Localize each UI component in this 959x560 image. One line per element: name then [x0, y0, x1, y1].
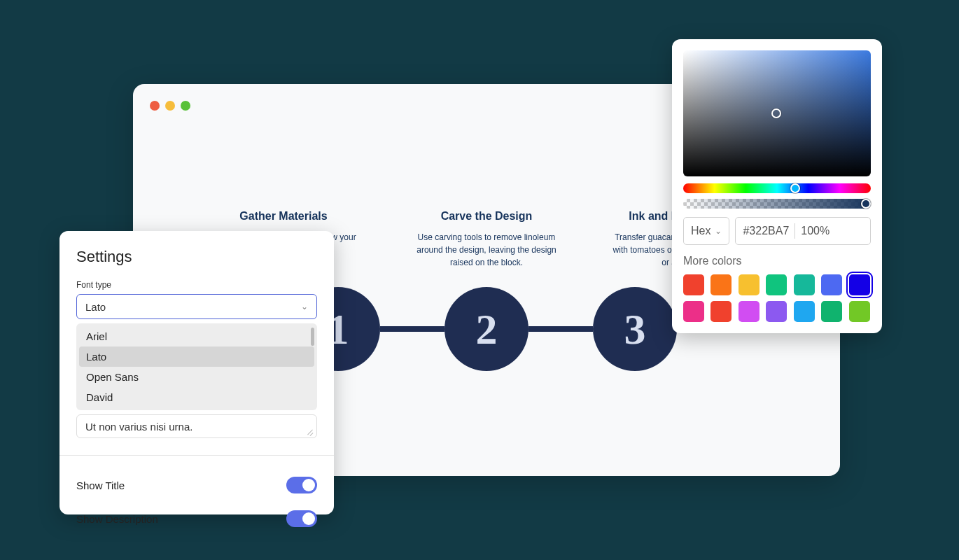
step-circle-2: 2 [444, 287, 528, 371]
color-picker-panel: Hex ⌄ #322BA7 100% More colors [672, 39, 882, 333]
gradient-cursor-icon[interactable] [771, 108, 781, 118]
font-option-ariel[interactable]: Ariel [79, 326, 314, 346]
font-type-label: Font type [76, 280, 317, 290]
toggle-label: Show Description [76, 513, 158, 525]
divider [59, 455, 334, 456]
sample-text-input[interactable]: Ut non varius nisi urna. [76, 414, 317, 438]
font-option-opensans[interactable]: Open Sans [79, 367, 314, 387]
toggle-show-description-switch[interactable] [286, 510, 317, 527]
swatch[interactable] [683, 301, 704, 322]
chevron-down-icon: ⌄ [715, 226, 722, 236]
hue-thumb[interactable] [790, 183, 800, 193]
resize-handle-icon[interactable] [307, 428, 314, 435]
scrollbar-thumb[interactable] [311, 328, 314, 346]
chevron-down-icon: ⌄ [301, 302, 308, 312]
font-select-value: Lato [85, 301, 106, 313]
swatch[interactable] [794, 274, 815, 295]
swatch[interactable] [766, 274, 787, 295]
window-controls [150, 101, 190, 111]
input-separator [794, 223, 795, 239]
more-colors-label: More colors [683, 255, 871, 267]
swatch[interactable] [683, 274, 704, 295]
swatch[interactable] [794, 301, 815, 322]
font-option-david[interactable]: David [79, 387, 314, 407]
toggle-label: Show Title [76, 479, 125, 491]
connector [528, 326, 593, 332]
font-option-lato[interactable]: Lato [79, 346, 314, 367]
sample-text-value: Ut non varius nisi urna. [85, 421, 192, 433]
minimize-icon[interactable] [165, 101, 175, 111]
hue-slider[interactable] [683, 183, 871, 193]
swatch[interactable] [738, 301, 760, 322]
settings-panel: Settings Font type Lato ⌄ Ariel Lato Ope… [59, 231, 334, 514]
swatch[interactable] [821, 301, 842, 322]
swatches-grid [683, 274, 871, 322]
font-select[interactable]: Lato ⌄ [76, 294, 317, 319]
alpha-value: 100% [801, 225, 830, 237]
maximize-icon[interactable] [181, 101, 190, 111]
toggle-show-description: Show Description [76, 502, 317, 536]
swatch[interactable] [821, 274, 842, 295]
hex-input[interactable]: #322BA7 100% [735, 217, 871, 245]
step-title: Gather Materials [206, 210, 360, 223]
swatch[interactable] [738, 274, 760, 295]
step-circle-3: 3 [593, 287, 677, 371]
settings-title: Settings [76, 248, 317, 266]
step-2: Carve the Design Use carving tools to re… [410, 210, 564, 269]
color-format-select[interactable]: Hex ⌄ [683, 217, 729, 245]
toggle-show-title-switch[interactable] [286, 477, 317, 493]
step-title: Carve the Design [410, 210, 564, 223]
swatch[interactable] [710, 274, 732, 295]
font-dropdown: Ariel Lato Open Sans David [76, 323, 317, 410]
swatch[interactable] [766, 301, 787, 322]
connector [380, 326, 444, 332]
alpha-slider[interactable] [683, 199, 871, 209]
step-desc: Use carving tools to remove linoleum aro… [410, 231, 564, 269]
toggle-show-title: Show Title [76, 468, 317, 502]
hex-value: #322BA7 [743, 225, 789, 237]
format-label: Hex [691, 225, 710, 237]
color-gradient[interactable] [683, 50, 871, 176]
swatch[interactable] [849, 301, 870, 322]
close-icon[interactable] [150, 101, 160, 111]
picker-inputs: Hex ⌄ #322BA7 100% [683, 217, 871, 245]
swatch[interactable] [849, 274, 870, 295]
alpha-thumb[interactable] [861, 199, 871, 209]
swatch[interactable] [710, 301, 732, 322]
